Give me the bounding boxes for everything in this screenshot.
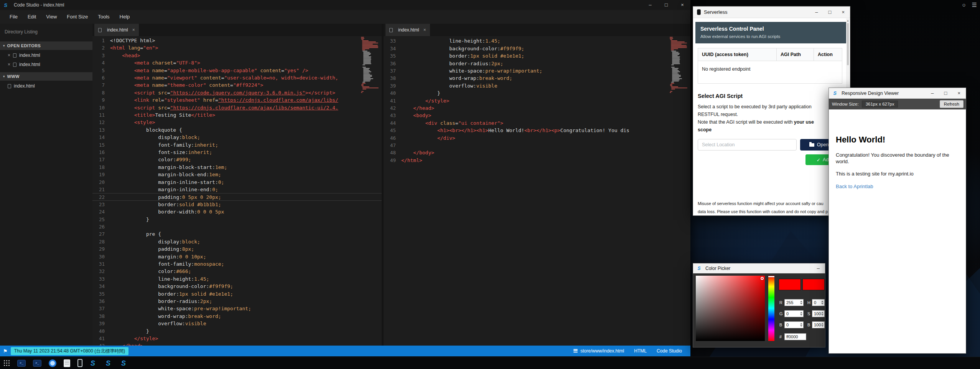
terminal-icon[interactable]: >_	[33, 360, 41, 367]
minimize-icon[interactable]: –	[642, 0, 658, 10]
select-location-input[interactable]	[698, 139, 797, 151]
code-line-23[interactable]: 23 border:solid #b1b1b1;	[92, 201, 382, 208]
current-color-swatch[interactable]	[779, 279, 801, 290]
status-language[interactable]: HTML	[634, 348, 647, 354]
phone-icon[interactable]	[77, 359, 82, 367]
code-line-45[interactable]: 45 <h1><br></h1><h1>Hello World!<br></h1…	[384, 127, 690, 134]
menu-edit[interactable]: Edit	[23, 10, 41, 24]
sidebar-item-index.html[interactable]: ×index.html	[0, 51, 92, 60]
menu-file[interactable]: File	[5, 10, 23, 24]
status-time[interactable]: Thu May 11 2023 21:54:48 GMT+0800 (台北標準時…	[11, 347, 129, 355]
maximize-icon[interactable]: □	[944, 90, 947, 96]
minimap[interactable]	[670, 37, 688, 93]
close-icon[interactable]: ×	[842, 9, 845, 15]
code-line-27[interactable]: 27 pre {	[92, 230, 382, 238]
editor-pane-1[interactable]: 1<!DOCTYPE html>2<html lang="en">3 <head…	[92, 36, 382, 346]
green-value-input[interactable]: 0	[784, 310, 804, 317]
menu-font-size[interactable]: Font Size	[62, 10, 93, 24]
code-line-9[interactable]: 9 <link rel="stylesheet" href="https://c…	[92, 96, 382, 104]
code-line-37[interactable]: 37 white-space:pre-wrap!important;	[384, 67, 690, 74]
code-line-24[interactable]: 24 border-width:0 0 0 5px	[92, 208, 382, 215]
tab-index-html-1[interactable]: index.html ×	[94, 24, 139, 36]
maximize-icon[interactable]: □	[658, 0, 674, 10]
scroll-up-icon[interactable]: ▲	[846, 18, 850, 22]
stepper[interactable]	[800, 312, 802, 316]
code-line-26[interactable]: 26	[92, 223, 382, 230]
back-to-aprintlab-link[interactable]: Back to Aprintlab	[836, 184, 959, 189]
code-line-31[interactable]: 31 font-family:monospace;	[92, 260, 382, 268]
tab-close-icon[interactable]: ×	[423, 27, 426, 33]
code-line-41[interactable]: 41 </style>	[92, 335, 382, 342]
code-studio-taskbar-icon[interactable]: S	[105, 359, 113, 367]
sidebar-item-index.html[interactable]: index.html	[0, 81, 92, 91]
close-icon[interactable]: ×	[8, 62, 10, 67]
stepper[interactable]	[821, 312, 824, 316]
code-studio-taskbar-icon[interactable]: S	[120, 359, 128, 367]
title-bar[interactable]: S Color Picker –	[693, 263, 825, 273]
browser-icon[interactable]	[49, 359, 56, 367]
code-line-15[interactable]: 15 font-family:inherit;	[92, 141, 382, 149]
code-line-7[interactable]: 7 <meta name="theme-color" content="#ff9…	[92, 81, 382, 89]
title-bar[interactable]: Serverless – □ ×	[693, 7, 850, 18]
code-line-33[interactable]: 33 line-height:1.45;	[92, 275, 382, 283]
code-line-11[interactable]: 11 <title>Testing Site</title>	[92, 111, 382, 119]
sidebar-section-www[interactable]: ▾WWW	[0, 72, 92, 81]
minimize-icon[interactable]: –	[931, 90, 934, 96]
code-line-19[interactable]: 19 margin-block-end:1em;	[92, 171, 382, 178]
code-line-5[interactable]: 5 <meta name="apple-mobile-web-app-capab…	[92, 67, 382, 74]
code-line-12[interactable]: 12 <style>	[92, 119, 382, 126]
terminal-icon[interactable]: >_	[17, 360, 26, 367]
code-line-35[interactable]: 35 border:1px solid #e1e1e1;	[384, 52, 690, 60]
code-line-40[interactable]: 40 }	[384, 89, 690, 97]
close-icon[interactable]: ×	[674, 0, 690, 10]
code-line-42[interactable]: 42 </head>	[384, 104, 690, 112]
code-line-8[interactable]: 8 <script src="https://code.jquery.com/j…	[92, 89, 382, 96]
stepper[interactable]	[821, 323, 824, 327]
red-value-input[interactable]: 255	[784, 299, 804, 306]
code-line-3[interactable]: 3 <head>	[92, 52, 382, 59]
code-line-4[interactable]: 4 <meta charset="UTF-8">	[92, 59, 382, 66]
code-line-34[interactable]: 34 background-color:#f9f9f9;	[384, 45, 690, 52]
code-line-10[interactable]: 10 <script src="https://cdnjs.cloudflare…	[92, 104, 382, 111]
menu-tools[interactable]: Tools	[93, 10, 114, 24]
color-cursor[interactable]	[761, 277, 764, 280]
code-studio-taskbar-icon[interactable]: S	[90, 359, 98, 367]
blue-value-input[interactable]: 0	[784, 321, 804, 328]
code-line-43[interactable]: 43 <body>	[384, 112, 690, 119]
title-bar[interactable]: S Code Studio - index.html – □ ×	[0, 0, 690, 10]
stepper[interactable]	[800, 323, 802, 327]
hue-slider[interactable]	[768, 276, 774, 341]
code-line-46[interactable]: 46 </div>	[384, 134, 690, 142]
saturation-value-gradient[interactable]	[696, 276, 765, 341]
desktop-menu-icon[interactable]: ☰	[972, 2, 977, 8]
close-icon[interactable]: ×	[8, 53, 10, 58]
maximize-icon[interactable]: □	[828, 9, 832, 15]
code-line-18[interactable]: 18 margin-block-start:1em;	[92, 164, 382, 171]
code-line-36[interactable]: 36 border-radius:2px;	[384, 60, 690, 67]
code-line-1[interactable]: 1<!DOCTYPE html>	[92, 37, 382, 44]
app-launcher-icon[interactable]	[4, 360, 10, 366]
code-line-2[interactable]: 2<html lang="en">	[92, 44, 382, 51]
code-line-39[interactable]: 39 overflow:visible	[384, 82, 690, 89]
stepper[interactable]	[800, 301, 802, 304]
code-line-36[interactable]: 36 border-radius:2px;	[92, 298, 382, 305]
code-line-28[interactable]: 28 display:block;	[92, 238, 382, 245]
code-line-32[interactable]: 32 color:#666;	[92, 268, 382, 275]
code-line-42[interactable]: 42 </head>	[92, 342, 382, 346]
minimize-icon[interactable]: –	[817, 265, 820, 271]
previous-color-swatch[interactable]	[802, 279, 825, 290]
code-line-41[interactable]: 41 </style>	[384, 97, 690, 104]
code-line-22[interactable]: 22 padding:0 5px 0 20px;	[92, 193, 382, 200]
window-size-value[interactable]: 361px x 627px	[862, 101, 898, 108]
code-line-20[interactable]: 20 margin-inline-start:0;	[92, 179, 382, 186]
code-line-33[interactable]: 33 line-height:1.45;	[384, 37, 690, 45]
editor-pane-2[interactable]: 32 color:#666;33 line-height:1.45;34 bac…	[384, 36, 690, 346]
code-line-21[interactable]: 21 margin-inline-end:0;	[92, 186, 382, 193]
code-line-44[interactable]: 44 <div class="ui container">	[384, 119, 690, 127]
code-line-34[interactable]: 34 background-color:#f9f9f9;	[92, 283, 382, 290]
code-line-13[interactable]: 13 blockquote {	[92, 126, 382, 134]
code-line-49[interactable]: 49</html>	[384, 157, 690, 164]
loading-spinner-icon[interactable]: ○	[962, 2, 965, 8]
code-line-48[interactable]: 48 </body>	[384, 149, 690, 156]
code-line-38[interactable]: 38 word-wrap:break-word;	[92, 313, 382, 320]
